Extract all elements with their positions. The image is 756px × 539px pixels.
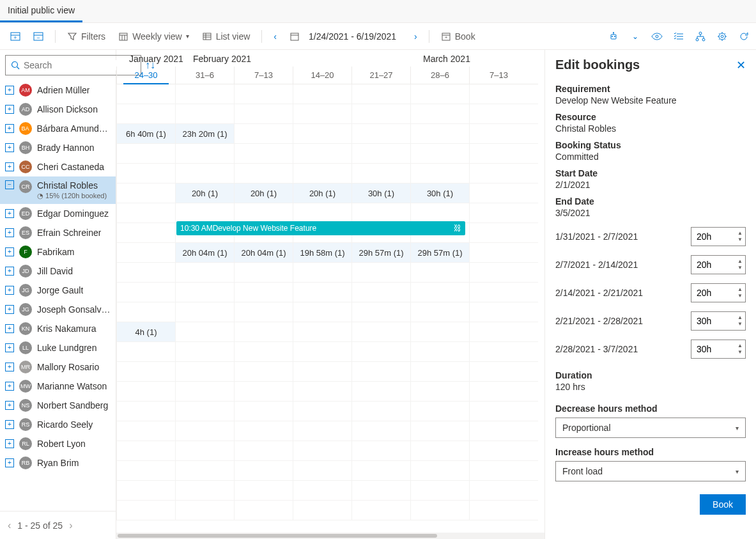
resource-row-robert-lyon[interactable]: +RLRobert Lyon bbox=[0, 434, 116, 453]
resource-row-cheri-castaneda[interactable]: +CCCheri Castaneda bbox=[0, 157, 116, 176]
grid-cell[interactable] bbox=[351, 203, 410, 223]
grid-cell[interactable] bbox=[410, 302, 469, 322]
resource-row-luke-lundgren[interactable]: +LLLuke Lundgren bbox=[0, 338, 116, 357]
grid-cell[interactable] bbox=[116, 421, 175, 441]
grid-cell[interactable] bbox=[116, 382, 175, 401]
grid-cell[interactable] bbox=[351, 283, 410, 302]
grid-cell[interactable] bbox=[410, 124, 469, 143]
grid-cell[interactable]: 30h (1) bbox=[351, 184, 410, 203]
grid-cell[interactable] bbox=[234, 283, 293, 302]
stepper-down-icon[interactable]: ▼ bbox=[737, 237, 743, 242]
grid-cell[interactable] bbox=[116, 84, 175, 104]
expand-icon[interactable]: + bbox=[5, 458, 14, 467]
grid-cell[interactable] bbox=[116, 283, 175, 302]
grid-cell[interactable] bbox=[234, 322, 293, 341]
close-icon[interactable]: ✕ bbox=[736, 58, 746, 72]
expand-icon[interactable]: − bbox=[5, 180, 14, 189]
hours-stepper[interactable]: ▲▼ bbox=[691, 311, 746, 331]
grid-cell[interactable] bbox=[469, 203, 528, 223]
decrease-method-dropdown[interactable]: Proportional ▾ bbox=[555, 418, 746, 438]
grid-cell[interactable] bbox=[351, 421, 410, 441]
stepper-down-icon[interactable]: ▼ bbox=[737, 350, 743, 355]
expand-icon[interactable]: + bbox=[5, 420, 14, 429]
expand-icon[interactable]: + bbox=[5, 343, 14, 352]
grid-cell[interactable] bbox=[175, 342, 234, 361]
grid-cell[interactable] bbox=[469, 164, 528, 183]
grid-cell[interactable] bbox=[175, 302, 234, 322]
pager-next[interactable]: › bbox=[69, 520, 72, 531]
grid-cell[interactable] bbox=[351, 104, 410, 123]
grid-cell[interactable] bbox=[351, 124, 410, 143]
grid-cell[interactable] bbox=[410, 441, 469, 460]
increase-method-dropdown[interactable]: Front load ▾ bbox=[555, 461, 746, 481]
grid-cell[interactable] bbox=[175, 501, 234, 520]
grid-cell[interactable] bbox=[116, 164, 175, 183]
week-column-header[interactable]: 7–13 bbox=[469, 66, 528, 84]
grid-cell[interactable]: 20h (1) bbox=[293, 184, 351, 203]
grid-cell[interactable] bbox=[410, 104, 469, 123]
expand-icon[interactable]: + bbox=[5, 267, 14, 276]
grid-cell[interactable] bbox=[116, 302, 175, 322]
grid-cell[interactable] bbox=[234, 461, 293, 480]
grid-cell[interactable] bbox=[469, 184, 528, 203]
grid-cell[interactable] bbox=[116, 184, 175, 203]
grid-cell[interactable] bbox=[410, 263, 469, 282]
grid-cell[interactable] bbox=[116, 441, 175, 460]
grid-cell[interactable] bbox=[410, 144, 469, 163]
grid-cell[interactable] bbox=[293, 124, 351, 143]
hours-stepper[interactable]: ▲▼ bbox=[691, 255, 746, 274]
grid-cell[interactable] bbox=[351, 382, 410, 401]
expand-icon[interactable]: + bbox=[5, 305, 14, 314]
checklist-icon[interactable] bbox=[673, 31, 684, 42]
grid-cell[interactable]: 20h (1) bbox=[234, 184, 293, 203]
grid-cell[interactable] bbox=[410, 382, 469, 401]
grid-cell[interactable] bbox=[234, 263, 293, 282]
grid-cell[interactable] bbox=[175, 164, 234, 183]
grid-cell[interactable]: 20h (1) bbox=[175, 184, 234, 203]
grid-cell[interactable] bbox=[410, 164, 469, 183]
grid-cell[interactable]: 4h (1) bbox=[116, 322, 175, 341]
grid-cell[interactable] bbox=[175, 461, 234, 480]
grid-cell[interactable] bbox=[293, 283, 351, 302]
resource-row-kris-nakamura[interactable]: +KNKris Nakamura bbox=[0, 319, 116, 338]
grid-cell[interactable] bbox=[116, 481, 175, 500]
grid-cell[interactable] bbox=[293, 203, 351, 223]
expand-icon[interactable]: + bbox=[5, 105, 14, 114]
grid-cell[interactable] bbox=[234, 342, 293, 361]
grid-cell[interactable] bbox=[175, 441, 234, 460]
grid-cell[interactable] bbox=[116, 203, 175, 223]
grid-cell[interactable] bbox=[116, 104, 175, 123]
grid-cell[interactable] bbox=[469, 322, 528, 341]
grid-cell[interactable] bbox=[175, 84, 234, 104]
grid-cell[interactable] bbox=[116, 402, 175, 421]
grid-cell[interactable] bbox=[469, 481, 528, 500]
stepper-up-icon[interactable]: ▲ bbox=[737, 315, 743, 320]
week-column-header[interactable]: 28–6 bbox=[410, 66, 469, 84]
expand-panel-icon[interactable]: + bbox=[6, 29, 24, 44]
grid-cell[interactable] bbox=[351, 501, 410, 520]
grid-cell[interactable] bbox=[175, 104, 234, 123]
grid-cell[interactable] bbox=[234, 124, 293, 143]
grid-cell[interactable] bbox=[351, 164, 410, 183]
grid-cell[interactable] bbox=[410, 421, 469, 441]
grid-cell[interactable] bbox=[351, 402, 410, 421]
resource-row-edgar-dominguez[interactable]: +EDEdgar Dominguez bbox=[0, 204, 116, 223]
next-range-button[interactable]: › bbox=[410, 29, 421, 44]
grid-cell[interactable] bbox=[116, 362, 175, 381]
grid-cell[interactable] bbox=[175, 382, 234, 401]
stepper-up-icon[interactable]: ▲ bbox=[737, 259, 743, 264]
hours-stepper[interactable]: ▲▼ bbox=[691, 283, 746, 302]
grid-cell[interactable]: 23h 20m (1) bbox=[175, 124, 234, 143]
grid-cell[interactable]: 29h 57m (1) bbox=[410, 243, 469, 262]
grid-cell[interactable] bbox=[116, 243, 175, 262]
grid-cell[interactable] bbox=[293, 263, 351, 282]
grid-cell[interactable] bbox=[469, 302, 528, 322]
grid-cell[interactable] bbox=[293, 302, 351, 322]
resource-row-bárbara-amundson[interactable]: +BABárbara Amundson bbox=[0, 119, 116, 138]
week-column-header[interactable]: 31–6 bbox=[175, 66, 234, 84]
grid-cell[interactable] bbox=[469, 501, 528, 520]
grid-cell[interactable] bbox=[351, 144, 410, 163]
grid-cell[interactable] bbox=[175, 144, 234, 163]
grid-cell[interactable] bbox=[469, 362, 528, 381]
grid-cell[interactable] bbox=[351, 84, 410, 104]
